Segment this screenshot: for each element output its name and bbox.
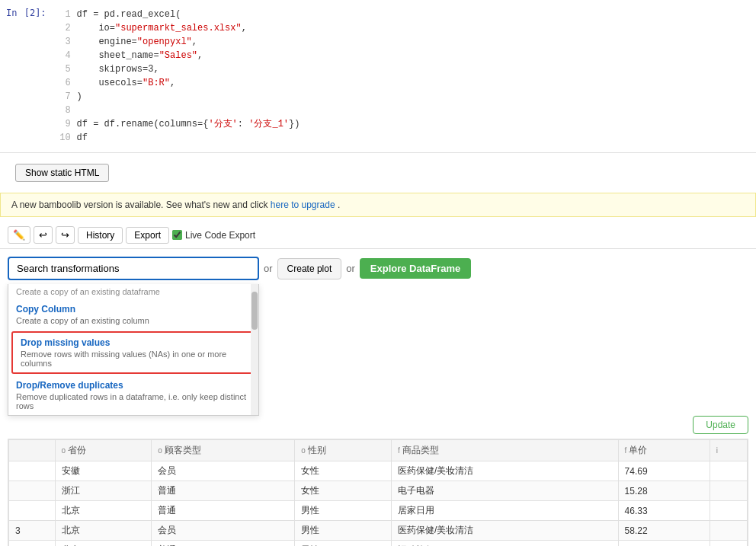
data-table: o 省份 o 顾客类型 o 性别 f 商品类型 f 单价 i 安徽 会员 女性 <box>8 439 748 546</box>
live-code-export-checkbox-label: Live Code Export <box>172 230 255 241</box>
edit-icon-button[interactable]: ✏️ <box>8 226 30 244</box>
dropdown-item-drop-missing[interactable]: Drop missing values Remove rows with mis… <box>11 331 255 374</box>
update-row: Update <box>8 413 748 439</box>
table-row: 北京 普通 男性 居家日用 46.33 <box>9 501 748 521</box>
explore-dataframe-button[interactable]: Explore DataFrame <box>360 258 472 279</box>
dropdown-scroll[interactable]: Create a copy of an existing dataframe C… <box>8 284 258 415</box>
show-static-html-button[interactable]: Show static HTML <box>15 164 109 182</box>
col-header-price: f 单价 <box>618 440 710 461</box>
col-header-product: f 商品类型 <box>392 440 618 461</box>
data-table-wrapper: o 省份 o 顾客类型 o 性别 f 商品类型 f 单价 i 安徽 会员 女性 <box>8 439 748 546</box>
dropdown-item-copy-column[interactable]: Copy Column Create a copy of an existing… <box>8 299 258 330</box>
search-row: Create a copy of an existing dataframe C… <box>8 257 748 280</box>
col-header-index <box>9 440 56 461</box>
create-plot-button[interactable]: Create plot <box>277 258 342 279</box>
table-row: 浙江 普通 女性 电子电器 15.28 <box>9 481 748 501</box>
dropdown-scrollbar-thumb <box>251 292 258 330</box>
col-header-province: o 省份 <box>55 440 152 461</box>
update-button[interactable]: Update <box>693 416 748 434</box>
col-header-gender: o 性别 <box>295 440 392 461</box>
content-area: Create a copy of an existing dataframe C… <box>0 249 756 546</box>
table-row: 3 北京 会员 男性 医药保健/美妆清洁 58.22 <box>9 521 748 541</box>
dropdown-item-drop-duplicates[interactable]: Drop/Remove duplicates Remove duplicated… <box>8 375 258 415</box>
cell-label: In [2]: <box>0 6 53 146</box>
col-header-customer: o 顾客类型 <box>152 440 295 461</box>
dropdown-scrollbar[interactable] <box>251 284 258 415</box>
code-content: 1df = pd.read_excel( 2 io="supermarkt_sa… <box>53 6 756 146</box>
col-header-i: i <box>710 440 747 461</box>
redo-button[interactable]: ↪ <box>56 226 75 244</box>
table-row: 安徽 会员 女性 医药保健/美妆清洁 74.69 <box>9 461 748 481</box>
dropdown-list: Create a copy of an existing dataframe C… <box>8 284 259 416</box>
or-text-1: or <box>264 263 273 274</box>
live-code-export-checkbox[interactable] <box>172 230 182 240</box>
toolbar: ✏️ ↩ ↪ History Export Live Code Export <box>0 222 756 249</box>
history-button[interactable]: History <box>78 227 123 244</box>
update-banner: A new bamboolib version is available. Se… <box>0 193 756 217</box>
undo-button[interactable]: ↩ <box>34 226 53 244</box>
or-text-2: or <box>346 263 355 274</box>
table-row: 4 北京 普通 男性 运动旅行 86.31 <box>9 541 748 547</box>
search-input[interactable] <box>8 257 259 280</box>
export-button[interactable]: Export <box>126 227 169 244</box>
dropdown-item[interactable]: Create a copy of an existing dataframe <box>8 284 258 299</box>
upgrade-link[interactable]: here to upgrade <box>271 200 335 210</box>
